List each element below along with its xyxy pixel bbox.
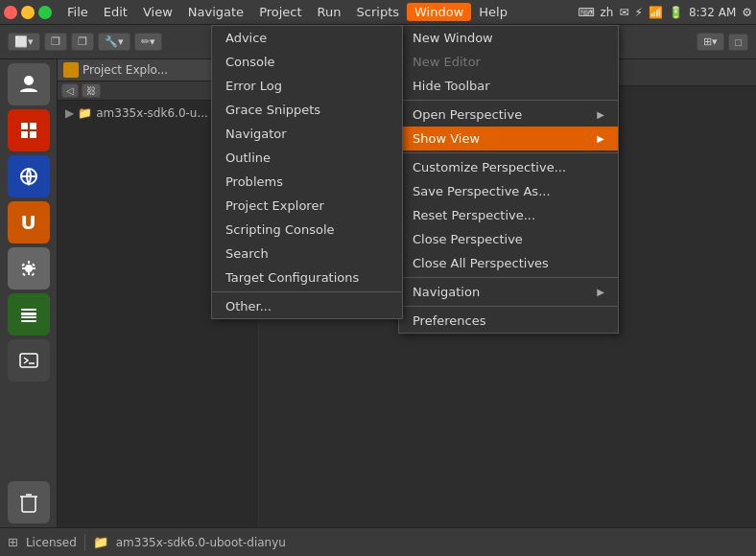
project-label: am335x-sdk6.0-uboot-dianyu (116, 536, 286, 549)
new-btn[interactable]: ⬜▾ (8, 33, 40, 51)
menu-item-show-view[interactable]: Show View ▶ (399, 127, 618, 151)
network-icon: 📶 (649, 6, 663, 19)
menu-item-close-all-perspectives[interactable]: Close All Perspectives (399, 251, 618, 275)
menu-item-reset-perspective[interactable]: Reset Perspective... (399, 203, 618, 227)
menu-project[interactable]: Project (251, 3, 309, 21)
menu-view[interactable]: View (135, 3, 180, 21)
status-bar: ⊞ Licensed 📁 am335x-sdk6.0-uboot-dianyu (0, 527, 756, 556)
status-icon: ⊞ (8, 535, 18, 549)
svg-rect-7 (21, 313, 36, 315)
menu-item-scripting-console[interactable]: Scripting Console (212, 218, 402, 242)
tree-expand-icon: ▶ (65, 106, 74, 120)
sidebar-icon-terminal[interactable] (8, 339, 50, 382)
menu-run[interactable]: Run (310, 3, 349, 21)
menu-item-problems[interactable]: Problems (212, 170, 402, 194)
svg-rect-9 (21, 316, 36, 318)
clock: 8:32 AM (689, 6, 736, 19)
settings-icon: ⚙ (742, 6, 752, 19)
menu-item-new-editor: New Editor (399, 50, 618, 74)
menu-item-save-perspective[interactable]: Save Perspective As... (399, 179, 618, 203)
copy-btn[interactable]: ❐ (44, 33, 67, 51)
sidebar-icon-red[interactable] (8, 109, 50, 151)
panel-folder-icon (63, 62, 79, 78)
svg-point-0 (24, 76, 34, 85)
menu-item-console[interactable]: Console (212, 50, 402, 74)
bluetooth-icon: ⚡ (634, 6, 642, 19)
maximize-btn[interactable]: □ (728, 34, 748, 51)
menu-item-new-window[interactable]: New Window (399, 26, 618, 50)
menu-file[interactable]: File (59, 3, 96, 21)
panel-link-btn[interactable]: ⛓ (82, 83, 101, 98)
menu-item-hide-toolbar[interactable]: Hide Toolbar (399, 74, 618, 98)
menu-item-other[interactable]: Other... (212, 291, 402, 318)
menu-item-advice[interactable]: Advice (212, 26, 402, 50)
navigation-arrow: ▶ (597, 287, 604, 297)
menu-bar-right: ⌨ zh ✉ ⚡ 📶 🔋 8:32 AM ⚙ (578, 6, 752, 19)
panel-title: Project Explo... (83, 63, 207, 77)
menu-item-customize-perspective[interactable]: Customize Perspective... (399, 155, 618, 179)
sidebar-icon-home[interactable] (8, 63, 50, 105)
menu-item-navigator[interactable]: Navigator (212, 122, 402, 146)
tree-folder-icon: 📁 (78, 106, 92, 120)
menu-edit[interactable]: Edit (96, 3, 135, 21)
menu-item-outline[interactable]: Outline (212, 146, 402, 170)
window-maximize-btn[interactable] (38, 6, 52, 19)
show-view-menu[interactable]: Advice Console Error Log Grace Snippets … (211, 25, 403, 319)
menu-item-project-explorer[interactable]: Project Explorer (212, 194, 402, 218)
menu-scripts[interactable]: Scripts (349, 3, 407, 21)
sidebar-icon-orange[interactable]: U (8, 201, 50, 243)
svg-rect-3 (21, 131, 28, 138)
window-menu[interactable]: New Window New Editor Hide Toolbar Open … (398, 25, 619, 334)
keyboard-indicator: ⌨ (578, 6, 594, 19)
locale-indicator: zh (601, 6, 614, 19)
menu-window[interactable]: Window (407, 3, 471, 21)
open-perspective-arrow: ▶ (597, 109, 604, 120)
window-minimize-btn[interactable] (21, 6, 35, 19)
paste-btn[interactable]: ❐ (71, 33, 94, 51)
battery-icon: 🔋 (669, 6, 683, 19)
svg-rect-4 (30, 131, 36, 138)
status-divider (84, 534, 85, 551)
menu-help[interactable]: Help (471, 3, 515, 21)
status-project-icon: 📁 (93, 535, 108, 549)
menu-item-close-perspective[interactable]: Close Perspective (399, 227, 618, 251)
menu-item-preferences[interactable]: Preferences (399, 309, 618, 333)
svg-rect-2 (30, 123, 36, 129)
show-view-arrow: ▶ (597, 133, 604, 144)
svg-rect-10 (21, 320, 36, 322)
menu-item-error-log[interactable]: Error Log (212, 74, 402, 98)
menu-bar: File Edit View Navigate Project Run Scri… (0, 0, 756, 25)
sidebar-icon-trash[interactable] (8, 481, 50, 523)
window-close-btn[interactable] (4, 6, 17, 19)
perspective-btn[interactable]: ⊞▾ (697, 33, 724, 51)
edit-btn[interactable]: ✏▾ (134, 33, 162, 51)
menu-item-navigation[interactable]: Navigation ▶ (399, 280, 618, 304)
tools-btn[interactable]: 🔧▾ (98, 33, 130, 51)
tree-item-label: am335x-sdk6.0-u... (96, 106, 208, 120)
svg-rect-8 (21, 309, 36, 311)
menu-item-search[interactable]: Search (212, 242, 402, 266)
sidebar: U (0, 59, 58, 527)
menu-navigate[interactable]: Navigate (180, 3, 251, 21)
email-icon: ✉ (619, 6, 628, 19)
svg-rect-1 (21, 123, 28, 129)
menu-item-grace-snippets[interactable]: Grace Snippets (212, 98, 402, 122)
panel-back-btn[interactable]: ◁ (61, 83, 79, 98)
sidebar-icon-settings[interactable] (8, 247, 50, 290)
sidebar-icon-browser[interactable] (8, 155, 50, 197)
sidebar-icon-layers[interactable] (8, 293, 50, 336)
licensed-label: Licensed (26, 536, 77, 549)
menu-item-open-perspective[interactable]: Open Perspective ▶ (399, 103, 618, 127)
menu-item-target-configurations[interactable]: Target Configurations (212, 266, 402, 290)
